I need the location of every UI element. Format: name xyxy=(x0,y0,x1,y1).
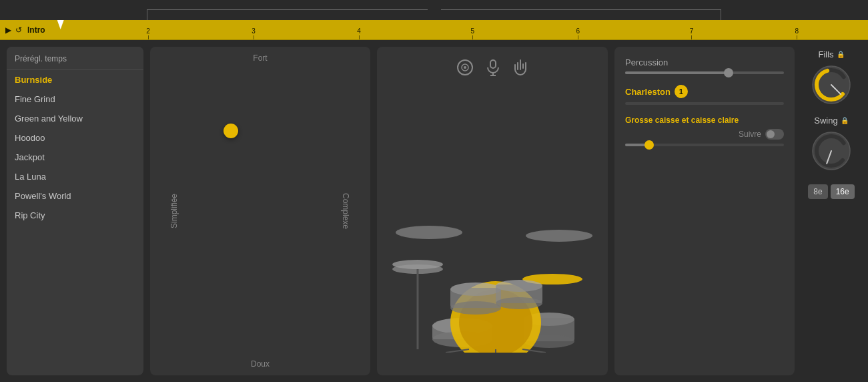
note-btn-8e[interactable]: 8e xyxy=(808,184,827,199)
play-icon[interactable]: ▶ xyxy=(5,25,11,35)
timeline-label: Intro xyxy=(27,25,45,35)
xy-dot[interactable] xyxy=(224,124,238,138)
fills-label: Fills xyxy=(818,49,833,59)
follow-row: Suivre xyxy=(625,129,784,140)
ruler-mark-6: 6 xyxy=(576,27,580,39)
swing-knob[interactable] xyxy=(810,130,853,172)
fills-lock-icon: 🔒 xyxy=(837,51,845,58)
charleston-label: Charleston xyxy=(625,87,671,97)
ruler-mark-2: 2 xyxy=(146,27,150,39)
xy-label-bottom: Doux xyxy=(251,359,270,369)
swing-label-row: Swing 🔒 xyxy=(814,116,848,126)
grosse-caisse-label: Grosse caisse et caisse claire xyxy=(625,116,739,125)
swing-label: Swing xyxy=(814,116,837,126)
percussion-section: Percussion xyxy=(625,57,784,74)
bracket-right xyxy=(441,9,722,20)
charleston-badge: 1 xyxy=(675,85,688,98)
timeline-ruler: 2 3 4 5 6 7 8 xyxy=(51,20,868,39)
ruler-mark-8: 8 xyxy=(795,27,799,39)
ruler-mark-4: 4 xyxy=(357,27,361,39)
note-buttons: 8e 16e xyxy=(808,184,854,199)
ruler-mark-5: 5 xyxy=(470,27,474,39)
timeline[interactable]: ▶ ↺ Intro 2 3 4 5 6 xyxy=(0,20,868,40)
suivre-toggle[interactable] xyxy=(765,129,784,140)
charleston-row: Charleston 1 xyxy=(625,85,784,98)
right-panel: Fills 🔒 Swing 🔒 xyxy=(801,47,861,375)
sidebar-item-rip-city[interactable]: Rip City xyxy=(7,206,143,225)
playhead xyxy=(57,20,64,29)
ruler-mark-7: 7 xyxy=(690,27,694,39)
xy-pad[interactable]: Fort Doux Simplifiée Complexe xyxy=(150,47,370,375)
charleston-section: Charleston 1 xyxy=(625,85,784,105)
hand-icon xyxy=(512,59,528,76)
fills-knob[interactable] xyxy=(810,63,853,106)
svg-point-2 xyxy=(464,66,466,69)
svg-point-25 xyxy=(496,297,542,309)
svg-rect-3 xyxy=(490,60,496,68)
sidebar-header: Prérégl. temps xyxy=(7,47,143,70)
drum-icons xyxy=(456,59,528,76)
svg-point-9 xyxy=(392,260,443,269)
swing-section: Swing 🔒 xyxy=(810,116,853,172)
svg-point-7 xyxy=(526,230,592,242)
svg-point-6 xyxy=(396,226,462,239)
xy-label-left: Simplifiée xyxy=(169,194,179,228)
loop-icon[interactable]: ↺ xyxy=(15,25,22,35)
suivre-label: Suivre xyxy=(739,130,761,139)
sidebar-item-hoodoo[interactable]: Hoodoo xyxy=(7,128,143,148)
swing-lock-icon: 🔒 xyxy=(841,117,849,124)
xy-label-top: Fort xyxy=(253,53,267,63)
percussion-label: Percussion xyxy=(625,57,784,67)
percussion-slider[interactable] xyxy=(625,71,784,74)
sidebar-item-powells-world[interactable]: Powell's World xyxy=(7,186,143,206)
main-container: Prérégl. temps Burnside Fine Grind Green… xyxy=(0,40,868,382)
sidebar-item-burnside[interactable]: Burnside xyxy=(7,70,143,89)
note-btn-16e[interactable]: 16e xyxy=(831,184,855,199)
grosse-caisse-slider[interactable] xyxy=(625,144,784,146)
svg-point-22 xyxy=(450,301,501,315)
center-panels: Fort Doux Simplifiée Complexe xyxy=(150,47,795,375)
charleston-slider[interactable] xyxy=(625,102,784,105)
sidebar-item-fine-grind[interactable]: Fine Grind xyxy=(7,89,143,109)
sidebar: Prérégl. temps Burnside Fine Grind Green… xyxy=(7,47,143,375)
grosse-caisse-section: Grosse caisse et caisse claire Suivre xyxy=(625,116,784,146)
bracket-left xyxy=(147,9,428,20)
drum-pad[interactable] xyxy=(377,47,608,375)
sidebar-item-la-luna[interactable]: La Luna xyxy=(7,167,143,186)
timeline-controls: ▶ ↺ Intro xyxy=(0,25,51,35)
drum-kit xyxy=(379,179,606,355)
fills-section: Fills 🔒 xyxy=(810,49,853,106)
sidebar-header-label: Prérégl. temps xyxy=(15,54,67,63)
controls-panel: Percussion Charleston 1 Grosse xyxy=(614,47,795,375)
hihat-icon xyxy=(456,59,474,76)
mic-icon xyxy=(486,59,500,76)
sidebar-item-jackpot[interactable]: Jackpot xyxy=(7,148,143,167)
sidebar-item-green-yellow[interactable]: Green and Yellow xyxy=(7,109,143,128)
fills-label-row: Fills 🔒 xyxy=(818,49,844,59)
ruler-mark-3: 3 xyxy=(252,27,256,39)
xy-label-right: Complexe xyxy=(341,193,350,229)
